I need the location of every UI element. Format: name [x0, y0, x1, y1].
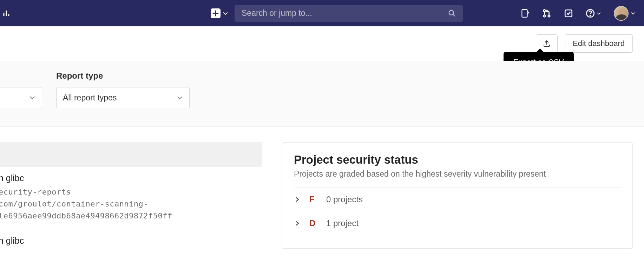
chevron-right-icon	[294, 221, 301, 226]
panel-subtitle: Projects are graded based on the highest…	[294, 169, 620, 179]
svg-point-8	[548, 15, 550, 17]
search-input-container[interactable]	[235, 5, 463, 22]
report-type-label: Report type	[56, 71, 190, 81]
svg-point-7	[544, 15, 545, 17]
filter-select-truncated[interactable]	[0, 87, 42, 108]
grade-letter: D	[309, 218, 318, 228]
top-navbar	[0, 0, 644, 26]
report-type-select[interactable]: All report types	[56, 87, 190, 108]
project-security-status-panel: Project security status Projects are gra…	[282, 142, 633, 249]
avatar	[614, 6, 629, 21]
svg-point-11	[590, 15, 591, 16]
todos-icon[interactable]	[564, 9, 573, 18]
merge-requests-icon[interactable]	[542, 9, 551, 18]
chevron-down-icon	[177, 94, 183, 101]
plus-icon	[211, 8, 221, 18]
nav-right	[520, 6, 636, 21]
chevron-right-icon	[294, 197, 301, 202]
user-menu[interactable]	[614, 6, 636, 21]
grade-letter: F	[309, 195, 318, 204]
grade-row-f[interactable]: F 0 projects	[294, 187, 620, 211]
chevron-down-icon	[29, 94, 35, 101]
vulnerability-title: n glibc	[0, 236, 262, 246]
search-icon	[448, 9, 456, 17]
search-input[interactable]	[242, 8, 448, 18]
new-menu[interactable]	[211, 8, 228, 18]
vulnerability-location: ecurity-reports com/groulot/container-sc…	[0, 186, 262, 222]
panel-title: Project security status	[294, 153, 620, 166]
chevron-down-icon	[631, 11, 636, 16]
grade-count: 0 projects	[326, 195, 363, 204]
svg-rect-5	[522, 9, 527, 17]
upload-icon	[543, 39, 551, 48]
filters-bar: Report type All report types	[0, 61, 644, 127]
report-type-value: All report types	[63, 93, 117, 103]
vulnerabilities-header	[0, 142, 262, 167]
nav-center	[211, 5, 463, 22]
grade-row-d[interactable]: D 1 project	[294, 211, 620, 235]
chart-icon[interactable]	[3, 9, 11, 18]
vulnerability-row[interactable]: n glibc	[0, 229, 262, 246]
svg-line-4	[453, 14, 455, 16]
chevron-down-icon	[223, 11, 228, 16]
issues-icon[interactable]	[520, 9, 530, 18]
svg-point-6	[544, 9, 545, 11]
vulnerabilities-panel: n glibc ecurity-reports com/groulot/cont…	[0, 142, 262, 249]
dashboard-content: n glibc ecurity-reports com/groulot/cont…	[0, 127, 644, 249]
vulnerability-row[interactable]: n glibc ecurity-reports com/groulot/cont…	[0, 167, 262, 222]
svg-point-3	[449, 10, 454, 15]
help-menu[interactable]	[586, 9, 601, 18]
filter-label-truncated	[0, 71, 42, 81]
filter-group-truncated	[0, 71, 42, 108]
filter-group-report-type: Report type All report types	[56, 71, 190, 108]
vulnerability-title: n glibc	[0, 173, 262, 183]
grade-count: 1 project	[326, 218, 359, 228]
nav-left	[7, 9, 11, 18]
edit-dashboard-button[interactable]: Edit dashboard	[565, 34, 633, 53]
